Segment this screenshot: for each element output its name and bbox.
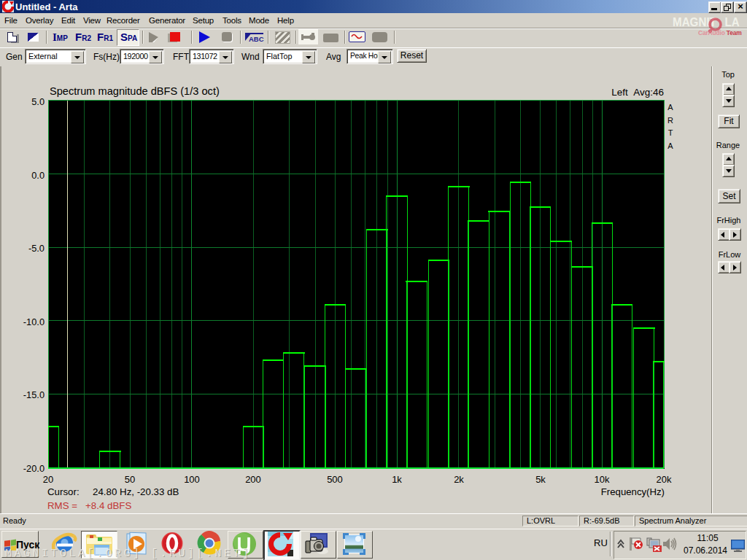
svg-text:ABC: ABC [249, 35, 264, 43]
